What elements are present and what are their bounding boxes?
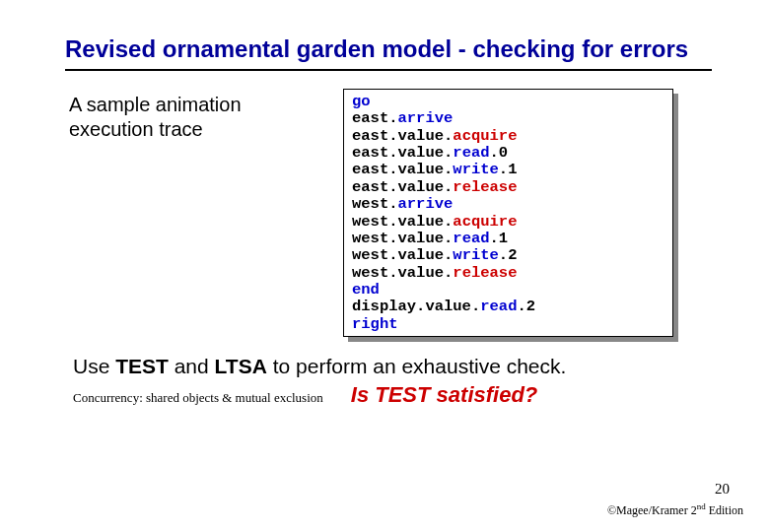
trace-token: go: [352, 93, 371, 110]
trace-token: east.value.: [352, 161, 453, 178]
trace-token: arrive: [398, 195, 454, 213]
trace-token: end: [352, 281, 380, 299]
page-number: 20: [715, 481, 730, 498]
trace-line: right: [352, 316, 664, 333]
bottom-line-2: Concurrency: shared objects & mutual exc…: [73, 380, 712, 410]
trace-token: east.value.: [352, 144, 453, 162]
trace-token: .2: [499, 246, 518, 264]
question: Is TEST satisfied?: [351, 380, 538, 410]
trace-token: west.value.: [352, 264, 453, 282]
trace-line: west.arrive: [352, 196, 664, 213]
copyright: ©Magee/Kramer 2nd Edition: [607, 501, 743, 518]
trace-token: west.value.: [352, 246, 453, 264]
trace-line: west.value.write.2: [352, 247, 664, 264]
trace-line: go: [352, 94, 664, 110]
slide-title: Revised ornamental garden model - checki…: [0, 0, 769, 69]
trace-wrap: goeast.arriveeast.value.acquireeast.valu…: [343, 89, 673, 337]
trace-line: west.value.read.1: [352, 231, 664, 247]
trace-token: west.: [352, 195, 398, 213]
copyright-pre: ©Magee/Kramer: [607, 503, 691, 517]
trace-token: .2: [517, 298, 535, 315]
trace-token: east.: [352, 109, 398, 127]
trace-line: east.value.release: [352, 179, 664, 196]
trace-line: east.arrive: [352, 110, 664, 127]
trace-token: .1: [490, 230, 509, 247]
trace-token: release: [453, 264, 517, 282]
trace-line: east.value.write.1: [352, 162, 664, 178]
content-row: A sample animation execution trace goeas…: [0, 71, 769, 337]
trace-token: write: [453, 161, 499, 178]
trace-line: end: [352, 282, 664, 299]
trace-token: read: [480, 298, 517, 315]
trace-token: acquire: [453, 213, 517, 231]
trace-token: arrive: [398, 109, 454, 127]
trace-box: goeast.arriveeast.value.acquireeast.valu…: [343, 89, 673, 337]
trace-line: display.value.read.2: [352, 299, 664, 315]
trace-token: write: [453, 246, 499, 264]
txt: and: [169, 355, 215, 377]
test-kw: TEST: [115, 355, 169, 377]
txt: to perform an exhaustive check.: [267, 355, 567, 377]
trace-token: right: [352, 315, 398, 333]
trace-token: west.value.: [352, 213, 453, 231]
trace-token: read: [453, 144, 489, 162]
trace-line: east.value.read.0: [352, 145, 664, 162]
trace-token: .0: [490, 144, 509, 162]
copyright-sup: nd: [697, 501, 706, 511]
ltsa-kw: LTSA: [215, 355, 267, 377]
trace-token: .1: [499, 161, 518, 178]
bottom-line-1: Use TEST and LTSA to perform an exhausti…: [73, 353, 712, 380]
footer-left: Concurrency: shared objects & mutual exc…: [73, 389, 323, 407]
txt: Use: [73, 355, 115, 377]
trace-token: east.value.: [352, 178, 453, 196]
trace-token: release: [453, 178, 517, 196]
sample-caption: A sample animation execution trace: [69, 89, 315, 337]
trace-token: east.value.: [352, 127, 453, 145]
trace-line: east.value.acquire: [352, 128, 664, 145]
trace-token: acquire: [453, 127, 517, 145]
trace-line: west.value.acquire: [352, 214, 664, 231]
trace-token: display.value.: [352, 298, 480, 315]
trace-line: west.value.release: [352, 265, 664, 282]
trace-token: west.value.: [352, 230, 453, 247]
trace-token: read: [453, 230, 489, 247]
copyright-post: Edition: [706, 503, 743, 517]
bottom-text: Use TEST and LTSA to perform an exhausti…: [0, 337, 769, 410]
